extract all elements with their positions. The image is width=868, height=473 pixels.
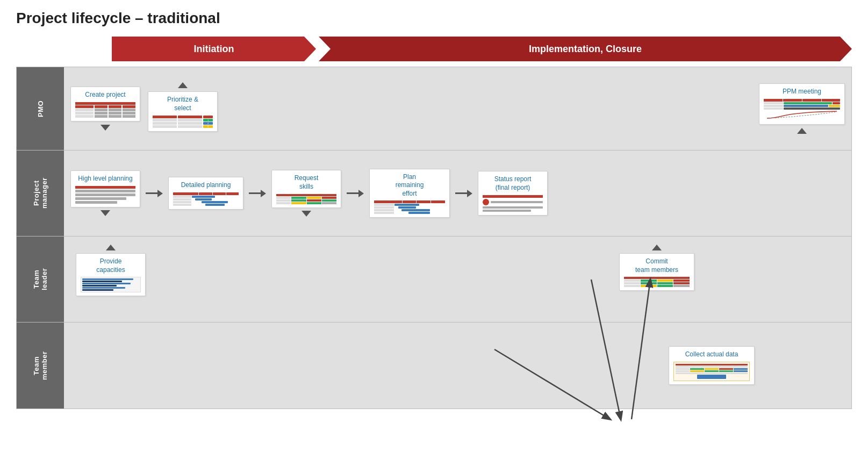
swimlane-tm: Teammember Collect actual data — [17, 322, 851, 408]
arrow-up-commit — [652, 245, 662, 250]
card-title-ppm: PPM meeting — [783, 88, 821, 96]
arrow-create-to-highlevel — [101, 125, 110, 131]
arrow-up-capacity — [106, 245, 116, 250]
card-title-planrem: Planremainingeffort — [396, 173, 424, 198]
page-container: Project lifecycle – traditional Initiati… — [0, 0, 868, 414]
phase-row: Initiation Implementation, Closure — [16, 37, 852, 61]
arrow-plan-to-status — [455, 190, 472, 197]
card-title-create-project: Create project — [85, 91, 125, 99]
swimlane-label-tm: Teammember — [17, 322, 64, 408]
swimlane-tl: Teamleader Providecapacities — [17, 236, 851, 322]
card-status-report: Status report(final report) — [478, 171, 548, 215]
card-plan-remaining: Planremainingeffort — [369, 169, 450, 218]
arrow-hl-to-detail — [146, 190, 163, 197]
swimlane-pmo: PMO Create project — [17, 67, 851, 150]
swimlane-label-pmo: PMO — [17, 67, 64, 150]
arrow-up-prioritize — [178, 82, 188, 88]
arrow-up-ppm — [797, 128, 807, 134]
card-prioritize-select: Prioritize &select 1 — [148, 91, 218, 131]
swimlane-pm: Projectmanager High level planning — [17, 150, 851, 236]
card-title-statusrep: Status report(final report) — [494, 175, 532, 192]
card-detailed-planning: Detailed planning — [168, 177, 243, 210]
scurve-svg — [764, 111, 840, 119]
card-create-project: Create project — [70, 87, 140, 121]
card-title-commit: Committeam members — [635, 257, 678, 274]
card-title-collect: Collect actual data — [685, 350, 738, 359]
pm-content: High level planning — [64, 150, 851, 236]
card-commit-team: Committeam members — [619, 253, 694, 291]
card-provide-cap: Providecapacities — [76, 253, 146, 296]
swimlane-label-tl: Teamleader — [17, 236, 64, 322]
card-title-reqskills: Requestskills — [295, 174, 319, 191]
tm-content: Collect actual data — [64, 322, 851, 408]
card-collect-data: Collect actual data — [669, 346, 755, 385]
card-title-prioritize: Prioritize &select — [167, 96, 198, 112]
arrow-detail-to-req — [249, 190, 266, 197]
page-title: Project lifecycle – traditional — [16, 10, 852, 27]
tl-content: Providecapacities — [64, 236, 851, 322]
card-ppm-meeting: PPM meeting — [759, 83, 845, 125]
card-request-skills: Requestskills — [271, 170, 341, 207]
arrow-req-down — [302, 211, 311, 217]
phase-initiation: Initiation — [112, 37, 316, 61]
card-title-highlevel: High level planning — [78, 175, 132, 183]
phase-implementation: Implementation, Closure — [319, 37, 852, 61]
arrow-req-to-plan — [347, 190, 364, 197]
card-title-detail: Detailed planning — [181, 181, 231, 190]
arrow-hl-down — [101, 210, 110, 216]
card-high-level: High level planning — [70, 170, 140, 207]
swimlane-label-pm: Projectmanager — [17, 150, 64, 236]
pmo-content: Create project — [64, 67, 851, 150]
swimlane-container: PMO Create project — [16, 67, 852, 409]
card-title-capacity: Providecapacities — [96, 257, 125, 274]
